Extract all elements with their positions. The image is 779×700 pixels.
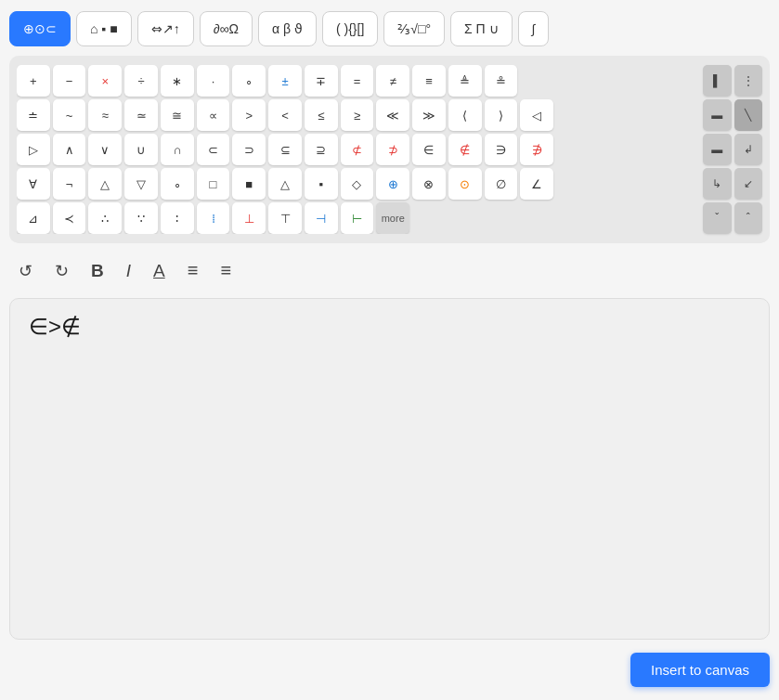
tab-calculus[interactable]: ∂∞Ω bbox=[200, 11, 253, 46]
sym-eq[interactable]: = bbox=[341, 65, 374, 97]
sym-odot[interactable]: ⊙ bbox=[448, 168, 482, 200]
side-key-2b[interactable]: ╲ bbox=[734, 99, 763, 131]
tab-integrals[interactable]: ∫ bbox=[518, 11, 550, 46]
sym-oplus[interactable]: ⊕ bbox=[376, 168, 409, 200]
sym-perp[interactable]: ⊥ bbox=[232, 202, 266, 234]
sym-angle[interactable]: ∠ bbox=[520, 168, 553, 200]
sym-triangle-up[interactable]: △ bbox=[88, 168, 122, 200]
tab-greek[interactable]: α β ϑ bbox=[258, 11, 317, 46]
sym-otimes[interactable]: ⊗ bbox=[412, 168, 446, 200]
sym-times[interactable]: × bbox=[88, 65, 122, 97]
tab-brackets[interactable]: ( ){}[] bbox=[322, 11, 378, 46]
sym-minus[interactable]: − bbox=[53, 65, 86, 97]
side-key-5b[interactable]: ˆ bbox=[734, 202, 763, 234]
sym-supseteq[interactable]: ⊇ bbox=[305, 134, 338, 165]
sym-subset[interactable]: ⊂ bbox=[197, 134, 230, 165]
sym-rtri[interactable]: ▷ bbox=[17, 134, 50, 165]
italic-button[interactable]: I bbox=[123, 257, 135, 285]
sym-rangle[interactable]: ⟩ bbox=[485, 99, 518, 131]
sym-triangle-down[interactable]: ▽ bbox=[124, 168, 158, 200]
sym-ltri[interactable]: ◁ bbox=[520, 99, 553, 131]
sym-therefore[interactable]: ∴ bbox=[88, 202, 122, 234]
sym-cdot[interactable]: · bbox=[197, 65, 230, 97]
sym-because[interactable]: ∵ bbox=[124, 202, 158, 234]
sym-ratio[interactable]: ∶ bbox=[161, 202, 194, 234]
bold-icon: B bbox=[91, 261, 104, 281]
side-key-1a[interactable]: ▌ bbox=[703, 65, 732, 97]
side-key-5a[interactable]: ˇ bbox=[703, 202, 732, 234]
sym-gg[interactable]: ≫ bbox=[412, 99, 446, 131]
side-key-4b[interactable]: ↙ bbox=[734, 168, 763, 200]
side-key-4a[interactable]: ↳ bbox=[703, 168, 732, 200]
tab-symbols-basic[interactable]: ⊕⊙⊂ bbox=[9, 11, 71, 46]
sym-plusminus[interactable]: ± bbox=[268, 65, 302, 97]
side-key-3b[interactable]: ↲ bbox=[734, 134, 763, 165]
side-key-1b[interactable]: ⋮ bbox=[734, 65, 763, 97]
sym-supset[interactable]: ⊃ bbox=[232, 134, 266, 165]
sym-wedge[interactable]: ∧ bbox=[53, 134, 86, 165]
insert-to-canvas-button[interactable]: Insert to canvas bbox=[630, 653, 770, 687]
sym-rightangle[interactable]: ⊿ bbox=[17, 202, 50, 234]
sym-vdash[interactable]: ⊢ bbox=[341, 202, 374, 234]
sym-tilde[interactable]: ~ bbox=[53, 99, 86, 131]
sym-neq[interactable]: ≠ bbox=[376, 65, 409, 97]
sym-diamond[interactable]: ◇ bbox=[341, 168, 374, 200]
sym-minusplus[interactable]: ∓ bbox=[305, 65, 338, 97]
sym-nsupset[interactable]: ⊅ bbox=[376, 134, 409, 165]
sym-simeq[interactable]: ≃ bbox=[124, 99, 158, 131]
sym-triangleq[interactable]: ≜ bbox=[448, 65, 482, 97]
sym-cup[interactable]: ∪ bbox=[124, 134, 158, 165]
sym-emptyset[interactable]: ∅ bbox=[485, 168, 518, 200]
sym-doteq[interactable]: ≐ bbox=[17, 99, 50, 131]
redo-button[interactable]: ↻ bbox=[51, 257, 72, 285]
sym-leq[interactable]: ≤ bbox=[305, 99, 338, 131]
tab-shapes[interactable]: ⌂ ▪ ■ bbox=[76, 11, 132, 46]
sym-equiv[interactable]: ≡ bbox=[412, 65, 446, 97]
align-left-button[interactable]: ≡ bbox=[216, 256, 235, 285]
sym-square-open[interactable]: □ bbox=[197, 168, 230, 200]
side-key-2a[interactable]: ▬ bbox=[703, 99, 732, 131]
sym-ni[interactable]: ∋ bbox=[485, 134, 518, 165]
sym-vdots[interactable]: ⁞ bbox=[197, 202, 230, 234]
sym-notin[interactable]: ∉ bbox=[448, 134, 482, 165]
tab-sums[interactable]: Σ Π ∪ bbox=[450, 11, 513, 46]
side-key-3a[interactable]: ▬ bbox=[703, 134, 732, 165]
editor-area[interactable]: ∈>∉ bbox=[9, 298, 770, 640]
sym-notni[interactable]: ∌ bbox=[520, 134, 553, 165]
sym-neg[interactable]: ¬ bbox=[53, 168, 86, 200]
tab-arrows[interactable]: ⇔↗↑ bbox=[137, 11, 194, 46]
sym-vee[interactable]: ∨ bbox=[88, 134, 122, 165]
sym-in[interactable]: ∈ bbox=[412, 134, 446, 165]
sym-lt[interactable]: < bbox=[268, 99, 302, 131]
sym-circ[interactable]: ∘ bbox=[232, 65, 266, 97]
sym-rect[interactable]: ▪ bbox=[305, 168, 338, 200]
sym-more[interactable]: more bbox=[376, 202, 409, 234]
sym-geq[interactable]: ≥ bbox=[341, 99, 374, 131]
sym-forall[interactable]: ∀ bbox=[17, 168, 50, 200]
sym-dashv[interactable]: ⊣ bbox=[305, 202, 338, 234]
sym-ll[interactable]: ≪ bbox=[376, 99, 409, 131]
sym-plus[interactable]: + bbox=[17, 65, 50, 97]
undo-button[interactable]: ↺ bbox=[15, 257, 36, 285]
sym-prec[interactable]: ≺ bbox=[53, 202, 86, 234]
sym-circeq[interactable]: ≗ bbox=[485, 65, 518, 97]
sym-ring[interactable]: ∘ bbox=[161, 168, 194, 200]
sym-tri2[interactable]: △ bbox=[268, 168, 302, 200]
sym-nsubset[interactable]: ⊄ bbox=[341, 134, 374, 165]
sym-cap[interactable]: ∩ bbox=[161, 134, 194, 165]
sym-cong[interactable]: ≅ bbox=[161, 99, 194, 131]
sym-propto[interactable]: ∝ bbox=[197, 99, 230, 131]
sym-approx[interactable]: ≈ bbox=[88, 99, 122, 131]
sym-gt[interactable]: > bbox=[232, 99, 266, 131]
sym-div[interactable]: ÷ bbox=[124, 65, 158, 97]
sym-langle[interactable]: ⟨ bbox=[448, 99, 482, 131]
sym-ast[interactable]: ∗ bbox=[161, 65, 194, 97]
bold-button[interactable]: B bbox=[87, 257, 108, 285]
tab-fractions[interactable]: ⅔√□° bbox=[383, 11, 445, 46]
underline-button[interactable]: A bbox=[149, 257, 169, 285]
sym-top[interactable]: ⊤ bbox=[268, 202, 302, 234]
align-center-button[interactable]: ≡ bbox=[184, 256, 202, 285]
sym-square-filled[interactable]: ■ bbox=[232, 168, 266, 200]
sym-subseteq[interactable]: ⊆ bbox=[268, 134, 302, 165]
editor-content: ∈>∉ bbox=[29, 314, 750, 340]
